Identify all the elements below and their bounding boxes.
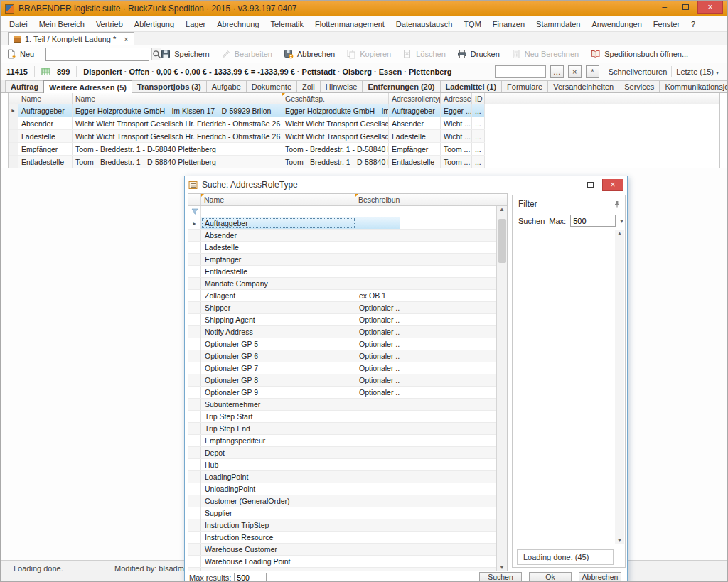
list-item[interactable]: Empfänger [188, 254, 496, 266]
schnellvertouren-link[interactable]: Schnellvertouren [609, 68, 668, 76]
quick-search-input[interactable] [495, 65, 546, 78]
dialog-maximize-button[interactable] [582, 179, 598, 191]
list-item[interactable]: Warehouse Customer [188, 544, 496, 556]
menu-item[interactable]: Lager [180, 18, 211, 31]
max-results-input[interactable] [234, 573, 267, 582]
table-row[interactable]: Ladestelle Wicht Wicht Transport Gesells… [9, 130, 485, 143]
menu-item[interactable]: Vertrieb [90, 18, 129, 31]
list-item[interactable]: Instruction Resource [188, 532, 496, 544]
list-item[interactable]: ► Auftraggeber [188, 217, 496, 230]
list-item[interactable]: Optionaler GP 6 Optionaler ... [188, 350, 496, 362]
menu-item[interactable]: Anwendungen [586, 18, 647, 31]
maximize-button[interactable] [676, 1, 695, 14]
list-item[interactable]: Entladestelle [188, 266, 496, 278]
speditionsbuch-button[interactable]: Speditionsbuch öffnen... [590, 49, 688, 59]
clear-button[interactable]: × [568, 65, 582, 78]
list-item[interactable]: Supplier [188, 507, 496, 519]
bearbeiten-button[interactable]: Bearbeiten [221, 49, 272, 59]
page-tab[interactable]: Hinweise [320, 80, 363, 92]
list-item[interactable]: Optionaler GP 8 Optionaler ... [188, 374, 496, 387]
filter-max-input[interactable] [570, 215, 616, 227]
scroll-up-icon[interactable]: ▲ [617, 230, 623, 237]
list-item[interactable]: Hub [188, 459, 496, 471]
dialog-header-beschreibung[interactable]: Beschreibung [355, 194, 400, 205]
neu-berechnen-button[interactable]: Neu Berechnen [511, 49, 579, 59]
dialog-scrollbar[interactable]: ▲ ▼ [496, 206, 507, 571]
scroll-down-icon[interactable]: ▼ [499, 564, 505, 571]
search-icon[interactable] [151, 48, 161, 60]
abbrechen-button[interactable]: Abbrechen [284, 49, 335, 59]
dialog-header-name[interactable]: Name [201, 194, 355, 205]
scrollbar-thumb[interactable] [498, 219, 506, 263]
page-tab[interactable]: Zoll [296, 80, 321, 92]
page-tab[interactable]: Aufgabe [206, 80, 247, 92]
menu-item[interactable]: Stammdaten [530, 18, 586, 31]
page-tab[interactable]: Auftrag [5, 80, 44, 92]
scroll-down-icon[interactable]: ▼ [617, 537, 623, 544]
document-tab[interactable]: 1. Teil / Komplett Ladung * × [8, 32, 134, 45]
list-item[interactable]: Shipper Optionaler ... [188, 302, 496, 314]
scroll-up-icon[interactable]: ▲ [499, 206, 505, 212]
list-item[interactable]: UnloadingPoint [188, 483, 496, 495]
list-item[interactable]: Absender [188, 230, 496, 242]
list-item[interactable]: Optionaler GP 9 Optionaler ... [188, 387, 496, 399]
filter-panel-scrollbar[interactable]: ▲ ▼ [615, 230, 624, 544]
list-item[interactable]: Warehouse Unloading Point [188, 568, 496, 571]
list-item[interactable]: Shipping Agent Optionaler ... [188, 314, 496, 326]
list-item[interactable]: Customer (GeneralOrder) [188, 495, 496, 507]
list-item[interactable]: Warehouse Loading Point [188, 556, 496, 568]
table-row[interactable]: ► Auftraggeber Egger Holzprodukte GmbH -… [9, 104, 485, 117]
menu-item[interactable]: Mein Bereich [33, 18, 90, 31]
star-button[interactable]: * [586, 65, 599, 78]
dialog-filter-desc-input[interactable] [355, 206, 400, 217]
menu-item[interactable]: Telematik [265, 18, 309, 31]
dialog-close-button[interactable]: × [602, 179, 623, 191]
list-item[interactable]: Trip Step End [188, 423, 496, 435]
ok-button[interactable]: Ok [529, 572, 572, 582]
chevron-down-icon[interactable]: ▾ [620, 217, 625, 225]
page-tab[interactable]: Entfernungen (20) [362, 80, 440, 92]
tab-close-icon[interactable]: × [124, 35, 128, 43]
menu-item[interactable]: ? [685, 18, 701, 31]
dialog-filter-name-input[interactable] [201, 206, 355, 217]
menu-item[interactable]: Fenster [648, 18, 685, 31]
loeschen-button[interactable]: Löschen [402, 49, 446, 59]
page-tab[interactable]: Dokumente [246, 80, 297, 92]
list-item[interactable]: Optionaler GP 7 Optionaler ... [188, 362, 496, 374]
list-item[interactable]: Depot [188, 447, 496, 459]
suchen-button[interactable]: Suchen [479, 572, 522, 582]
menu-item[interactable]: Abfertigung [129, 18, 180, 31]
list-item[interactable]: LoadingPoint [188, 471, 496, 483]
neu-button[interactable]: Neu [6, 49, 34, 59]
dialog-filter-row[interactable] [188, 206, 507, 217]
page-tab[interactable]: Lademittel (1) [440, 80, 503, 92]
table-row[interactable]: Entladestelle Toom - Breddestr. 1 - D-58… [9, 156, 485, 168]
dialog-minimize-button[interactable]: – [562, 179, 578, 191]
page-tab[interactable]: Versandeinheiten [547, 80, 619, 92]
page-tab[interactable]: Formulare [501, 80, 548, 92]
list-item[interactable]: Zollagent ex OB 1 [188, 290, 496, 302]
letzte-dropdown[interactable]: Letzte (15) ▾ [676, 68, 719, 76]
menu-item[interactable]: Finanzen [487, 18, 530, 31]
minimize-button[interactable]: – [655, 1, 674, 14]
list-item[interactable]: Trip Step Start [188, 411, 496, 423]
menu-item[interactable]: Abrechnung [211, 18, 264, 31]
grid-header-adressrollentyp[interactable]: Adressrollentyp [389, 93, 441, 104]
close-button[interactable]: × [697, 1, 723, 14]
drucken-button[interactable]: Drucken [457, 49, 500, 59]
speichern-button[interactable]: Speichern [161, 49, 210, 59]
list-item[interactable]: Empfangspediteur [188, 435, 496, 447]
list-item[interactable]: Notify Address Optionaler ... [188, 326, 496, 338]
table-row[interactable]: Absender Wicht Wicht Transport Gesellsch… [9, 117, 485, 130]
abbrechen-button[interactable]: Abbrechen [579, 572, 621, 582]
grid-header-adresse[interactable]: Adresse [441, 93, 472, 104]
kopieren-button[interactable]: Kopieren [346, 49, 391, 59]
page-tab[interactable]: Kommunikationsjournal [659, 80, 728, 92]
grid-header-name[interactable]: Name [73, 93, 282, 104]
list-item[interactable]: Subunternehmer [188, 399, 496, 411]
list-item[interactable]: Mandate Company [188, 278, 496, 290]
table-row[interactable]: Empfänger Toom - Breddestr. 1 - D-58840 … [9, 143, 485, 156]
search-input[interactable] [46, 49, 151, 60]
grid-header-id[interactable]: ID [472, 93, 485, 104]
grid-header-geschaeftsp[interactable]: Geschäftsp. [282, 93, 389, 104]
